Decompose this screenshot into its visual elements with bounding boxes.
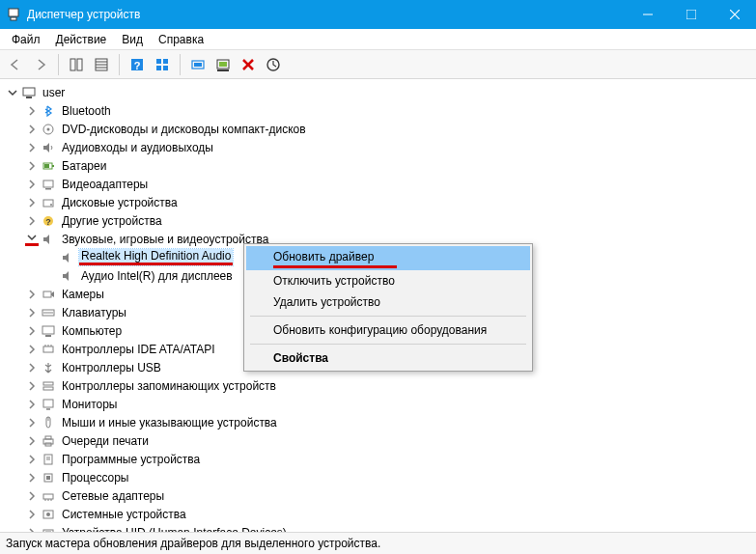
tree-item-hid[interactable]: Устройства HID (Human Interface Devices) — [23, 523, 756, 533]
computer-icon — [41, 323, 56, 339]
svg-rect-47 — [45, 335, 51, 337]
svg-rect-33 — [43, 180, 53, 187]
menu-help[interactable]: Справка — [151, 31, 211, 48]
chevron-right-icon[interactable] — [25, 489, 39, 503]
svg-rect-0 — [9, 9, 18, 16]
chevron-right-icon[interactable] — [25, 471, 39, 485]
tree-label: Очереди печати — [60, 434, 151, 448]
svg-rect-64 — [46, 476, 50, 480]
chevron-right-icon[interactable] — [25, 178, 39, 191]
svg-rect-53 — [43, 387, 53, 390]
menu-action[interactable]: Действие — [48, 31, 115, 48]
bluetooth-icon — [41, 103, 56, 119]
menu-file[interactable]: Файл — [4, 31, 48, 48]
tree-item-storage-controllers[interactable]: Контроллеры запоминающих устройств — [23, 376, 756, 395]
tree-item-other-devices[interactable]: ?Другие устройства — [23, 211, 756, 230]
chevron-right-icon[interactable] — [25, 214, 39, 228]
context-menu-label: Свойства — [273, 351, 328, 365]
toolbar-back-button[interactable] — [4, 53, 27, 76]
tree-label: Сетевые адаптеры — [60, 489, 166, 503]
context-menu-uninstall-device[interactable]: Удалить устройство — [246, 291, 530, 313]
toolbar-help-button[interactable]: ? — [126, 53, 149, 76]
maximize-button[interactable] — [669, 0, 713, 29]
svg-rect-32 — [44, 164, 49, 168]
tree-item-system-devices[interactable]: Системные устройства — [23, 505, 756, 523]
chevron-right-icon[interactable] — [25, 324, 39, 338]
tree-label: Видеоадаптеры — [60, 178, 150, 191]
chevron-right-icon[interactable] — [25, 343, 39, 356]
context-menu-label: Удалить устройство — [273, 295, 380, 309]
tree-item-dvd[interactable]: DVD-дисководы и дисководы компакт-дисков — [23, 120, 756, 138]
toolbar-tiles-button[interactable] — [151, 53, 174, 76]
chevron-right-icon[interactable] — [25, 123, 39, 136]
window-title: Диспетчер устройств — [27, 8, 140, 21]
svg-rect-17 — [156, 66, 161, 70]
tree-label: Другие устройства — [60, 214, 164, 228]
context-menu-separator — [250, 344, 526, 345]
menu-view[interactable]: Вид — [114, 31, 151, 48]
tree-item-disk-drives[interactable]: Дисковые устройства — [23, 193, 756, 211]
software-icon — [41, 452, 56, 467]
close-button[interactable] — [713, 0, 756, 29]
tree-label: Компьютер — [60, 324, 124, 338]
toolbar-forward-button[interactable] — [29, 53, 52, 76]
tree-label: Аудиовходы и аудиовыходы — [60, 141, 215, 154]
chevron-right-icon[interactable] — [25, 508, 39, 521]
tree-label: DVD-дисководы и дисководы компакт-дисков — [60, 123, 308, 136]
tree-item-mice-pointing[interactable]: Мыши и иные указывающие устройства — [23, 413, 756, 431]
disc-drive-icon — [41, 122, 56, 137]
battery-icon — [41, 158, 56, 174]
toolbar-disable-device-button[interactable] — [211, 53, 235, 76]
speaker-icon — [41, 140, 56, 155]
tree-label: Мониторы — [60, 398, 119, 411]
chevron-right-icon[interactable] — [25, 306, 39, 319]
minimize-button[interactable] — [626, 0, 669, 29]
context-menu-disable-device[interactable]: Отключить устройство — [246, 270, 530, 291]
chevron-right-icon[interactable] — [25, 104, 39, 118]
chevron-right-icon[interactable] — [25, 196, 39, 209]
chevron-down-icon[interactable] — [25, 233, 39, 246]
svg-rect-48 — [43, 346, 53, 352]
tree-label: Контроллеры запоминающих устройств — [60, 379, 278, 393]
chevron-right-icon[interactable] — [25, 526, 39, 534]
chevron-right-icon[interactable] — [25, 434, 39, 448]
tree-item-display-adapters[interactable]: Видеоадаптеры — [23, 175, 756, 193]
tree-item-bluetooth[interactable]: Bluetooth — [23, 101, 756, 120]
toolbar-properties-button[interactable] — [90, 53, 113, 76]
chevron-right-icon[interactable] — [25, 453, 39, 466]
tree-item-network-adapters[interactable]: Сетевые адаптеры — [23, 486, 756, 505]
usb-icon — [41, 360, 56, 375]
svg-rect-2 — [11, 17, 16, 20]
svg-rect-8 — [77, 59, 82, 70]
controller-icon — [41, 342, 56, 357]
svg-rect-54 — [43, 400, 53, 407]
toolbar-update-driver-button[interactable] — [186, 53, 210, 76]
tree-item-monitors[interactable]: Мониторы — [23, 395, 756, 413]
chevron-right-icon[interactable] — [25, 379, 39, 393]
svg-rect-7 — [70, 59, 75, 70]
mouse-icon — [41, 415, 56, 430]
context-menu-update-driver[interactable]: Обновить драйвер — [246, 246, 530, 270]
tree-item-print-queues[interactable]: Очереди печати — [23, 431, 756, 450]
chevron-right-icon[interactable] — [25, 141, 39, 154]
tree-item-audio-io[interactable]: Аудиовходы и аудиовыходы — [23, 138, 756, 156]
tree-item-processors[interactable]: Процессоры — [23, 468, 756, 486]
chevron-right-icon[interactable] — [25, 361, 39, 374]
toolbar-uninstall-button[interactable] — [237, 53, 260, 76]
chevron-right-icon[interactable] — [25, 159, 39, 173]
chevron-right-icon[interactable] — [25, 398, 39, 411]
tree-item-software-devices[interactable]: Программные устройства — [23, 450, 756, 468]
tree-label: Батареи — [60, 159, 108, 173]
chevron-right-icon[interactable] — [25, 288, 39, 301]
chevron-right-icon[interactable] — [25, 416, 39, 429]
tree-item-batteries[interactable]: Батареи — [23, 156, 756, 175]
toolbar-scan-hardware-button[interactable] — [262, 53, 285, 76]
tree-root[interactable]: user — [4, 83, 756, 101]
context-menu-scan-hardware[interactable]: Обновить конфигурацию оборудования — [246, 319, 530, 341]
toolbar-show-hide-tree-button[interactable] — [65, 53, 88, 76]
chevron-down-icon[interactable] — [6, 86, 19, 99]
status-text: Запуск мастера обновления драйверов для … — [6, 537, 380, 550]
context-menu-properties[interactable]: Свойства — [246, 347, 530, 369]
camera-icon — [41, 287, 56, 302]
tree-view[interactable]: user Bluetooth DVD-дисководы и дисководы… — [0, 79, 756, 533]
